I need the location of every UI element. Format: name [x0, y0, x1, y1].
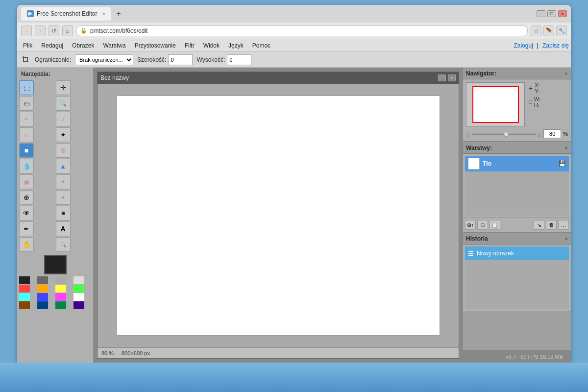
register-link[interactable]: Zapisz się	[542, 42, 569, 49]
tool-lasso[interactable]: 🔍	[56, 96, 71, 111]
menu-layer[interactable]: Warstwa	[99, 41, 129, 50]
bookmark-btn[interactable]: ☆	[531, 25, 541, 36]
swatch-7[interactable]	[55, 285, 66, 293]
swatch-1[interactable]	[19, 276, 30, 284]
tool-line[interactable]: ╱	[56, 112, 71, 126]
menu-auth: Zaloguj | Zapisz się	[514, 42, 569, 49]
tool-search[interactable]: 🔍	[56, 237, 71, 252]
tools-label: Narzędzia:	[19, 70, 91, 78]
swatch-4[interactable]	[74, 276, 84, 284]
menu-edit[interactable]: Redaguj	[37, 41, 67, 50]
tool-heal[interactable]: ✦	[56, 127, 71, 142]
layer-more-btn[interactable]: …	[558, 220, 569, 230]
back-btn[interactable]: ‹	[21, 25, 32, 36]
swatch-2[interactable]	[37, 276, 48, 284]
login-link[interactable]: Zaloguj	[514, 42, 533, 49]
history-row-new-image[interactable]: ☰ Nowy obrazek	[465, 246, 569, 260]
swatch-6[interactable]	[37, 285, 48, 293]
menu-language[interactable]: Język	[224, 41, 247, 50]
navigator-close-btn[interactable]: ×	[565, 71, 568, 76]
menu-adjust[interactable]: Przystosowanie	[131, 41, 180, 50]
tool-smudge[interactable]: ✦	[56, 174, 71, 189]
home-btn[interactable]: ⌂	[62, 25, 73, 36]
swatch-11[interactable]	[55, 293, 66, 301]
tool-select[interactable]: ⬚	[19, 80, 34, 95]
history-empty-area	[465, 260, 569, 309]
version-bar: v5.7 · 60 FPS 16.13 MB	[463, 351, 571, 363]
tool-pattern[interactable]: ❋	[56, 206, 71, 220]
history-close-btn[interactable]: ×	[565, 236, 568, 242]
height-input[interactable]	[227, 54, 251, 65]
extension-btn[interactable]: 🪶	[543, 25, 554, 36]
tool-gradient[interactable]: ◉	[19, 174, 34, 189]
tool-move[interactable]: ✛	[56, 80, 71, 95]
tool-color-fill[interactable]: ■	[19, 143, 34, 158]
tool-drop[interactable]: 💧	[19, 159, 34, 173]
swatch-9[interactable]	[19, 293, 30, 301]
tool-magnify[interactable]: ⊕	[19, 190, 34, 205]
tool-eraser[interactable]: ◻	[19, 127, 34, 142]
layer-move-down-btn[interactable]: ↘	[534, 220, 544, 230]
swatch-3[interactable]	[55, 276, 66, 284]
tab-close-btn[interactable]: ×	[102, 11, 105, 17]
layer-duplicate-btn[interactable]: □	[477, 220, 488, 230]
layers-close-btn[interactable]: ×	[565, 145, 568, 151]
new-tab-btn[interactable]: +	[113, 8, 124, 19]
layer-merge-btn[interactable]: 📋	[490, 220, 500, 230]
swatch-16[interactable]	[74, 301, 84, 309]
maximize-btn[interactable]: □	[547, 10, 556, 17]
menu-help[interactable]: Pomoc	[248, 41, 274, 50]
menu-bar: Plik Redaguj Obrazek Warstwa Przystosowa…	[17, 39, 571, 52]
constraint-label: Ograniczenie:	[35, 56, 71, 63]
tool-text[interactable]: A	[56, 221, 71, 236]
nav-zoom-row: △ △ %	[466, 129, 568, 138]
constraint-select[interactable]: Brak ograniczen...	[75, 54, 133, 65]
settings-btn[interactable]: 🔧	[556, 25, 567, 36]
menu-view[interactable]: Widok	[199, 41, 223, 50]
refresh-btn[interactable]: ↺	[49, 25, 59, 36]
swatch-14[interactable]	[37, 301, 48, 309]
nav-zoom-thumb[interactable]	[504, 132, 509, 137]
nav-xy: + X: Y:	[529, 82, 540, 94]
tool-hand[interactable]: ✋	[19, 237, 34, 252]
history-title: Historia	[466, 235, 488, 242]
address-bar[interactable]: 🔒 prntscr.com/bf6os/edit	[76, 25, 528, 36]
menu-filter[interactable]: Filtr	[181, 41, 198, 50]
canvas-close-btn[interactable]: ×	[448, 74, 456, 81]
nav-zoom-input[interactable]	[543, 129, 561, 138]
tool-eye[interactable]: 👁	[19, 206, 34, 220]
minimize-btn[interactable]: —	[537, 10, 545, 17]
layer-row-background[interactable]: Tło 💾	[465, 156, 569, 172]
foreground-color[interactable]	[44, 255, 67, 274]
forward-btn[interactable]: ›	[35, 25, 46, 36]
swatch-10[interactable]	[37, 293, 48, 301]
nav-right: ☆ 🪶 🔧	[531, 25, 567, 36]
menu-image[interactable]: Obrazek	[68, 41, 98, 50]
tool-dodge[interactable]: ✦	[56, 190, 71, 205]
tool-rect-select[interactable]: ▭	[19, 96, 34, 111]
nav-bar: ‹ › ↺ ⌂ 🔒 prntscr.com/bf6os/edit ☆ 🪶 🔧	[17, 23, 571, 39]
swatch-13[interactable]	[19, 301, 30, 309]
width-input[interactable]	[168, 54, 193, 65]
nav-zoom-slider[interactable]	[472, 133, 536, 135]
swatch-15[interactable]	[55, 301, 66, 309]
canvas-content[interactable]	[98, 84, 459, 347]
layer-thumbnail	[468, 158, 480, 170]
swatch-5[interactable]	[19, 285, 30, 293]
browser-tab[interactable]: Free Screenshot Editor ×	[21, 7, 111, 21]
toolbar: Ograniczenie: Brak ograniczen... Szeroko…	[17, 52, 571, 68]
tool-stamp[interactable]: ⊕	[56, 143, 71, 158]
menu-file[interactable]: Plik	[19, 41, 36, 50]
tool-pen[interactable]: ✒	[19, 221, 34, 236]
tool-brush[interactable]: ✏	[19, 112, 34, 126]
swatch-12[interactable]	[74, 293, 84, 301]
nav-zoom-unit: %	[563, 131, 568, 137]
canvas-restore-btn[interactable]: □	[438, 74, 446, 81]
tool-shape[interactable]: ▲	[56, 159, 71, 173]
swatch-8[interactable]	[74, 285, 84, 293]
layer-add-btn[interactable]: ⊕↑	[465, 220, 476, 230]
crop-tool-icon[interactable]	[21, 55, 31, 65]
layer-delete-btn[interactable]: 🗑	[546, 220, 557, 230]
canvas-drawing-area[interactable]	[117, 96, 440, 336]
close-btn[interactable]: ×	[558, 10, 567, 17]
